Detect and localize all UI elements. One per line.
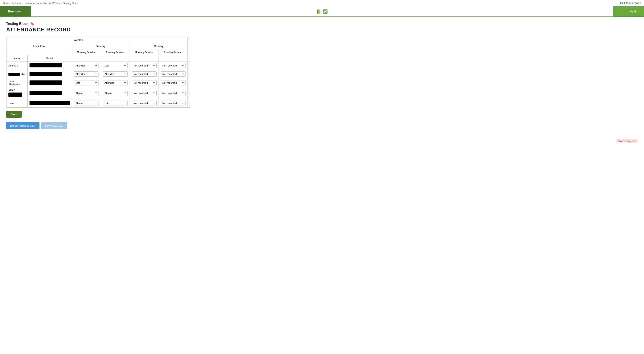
sunday-header: Sunday xyxy=(72,43,130,49)
breadcrumb-sep-1: › xyxy=(22,2,24,4)
sun-morning-cell[interactable]: Attended Late Absent Not recorded xyxy=(72,99,101,107)
mon-evening-cell[interactable]: Attended Late Absent Not recorded xyxy=(159,99,188,107)
breadcrumb-item-2[interactable]: New Attendance Record XBlock xyxy=(24,2,60,4)
student-name: Ahmad a xyxy=(6,61,28,70)
attendance-table: User Info Week 1 We Sunday Monday Su Mor… xyxy=(6,37,190,107)
breadcrumb-item-3: Testing Block xyxy=(63,2,78,4)
staff-debug-link[interactable]: Staff Debug Info xyxy=(616,139,638,142)
block-title-text: Testing Block xyxy=(6,22,28,26)
mon-morning-cell[interactable]: Attended Late Absent Not recorded xyxy=(130,70,159,78)
name-column-header: Name xyxy=(6,55,28,61)
mon-evening-select[interactable]: Attended Late Absent Not recorded xyxy=(160,101,186,106)
breadcrumb: Section by Umar › New Attendance Record … xyxy=(3,2,78,4)
sun-evening-header: Evening Session xyxy=(101,49,130,55)
sun-morning-cell[interactable]: Attended Late Absent Not recorded xyxy=(72,78,101,87)
sun-evening-select[interactable]: Attended Late Absent Not recorded xyxy=(103,91,128,96)
mon-morning-cell[interactable]: Attended Late Absent Not recorded xyxy=(130,99,159,107)
week1-header: Week 1 xyxy=(72,37,188,43)
mon-morning-select[interactable]: Attended Late Absent Not recorded xyxy=(132,101,156,106)
sun-morning-cell[interactable]: Attended Late Absent Not recorded xyxy=(72,87,101,99)
save-button[interactable]: Save xyxy=(6,111,22,118)
nav-center: 📗 ✅ xyxy=(31,6,613,16)
partial-cell: N xyxy=(188,87,190,99)
partial-cell: N xyxy=(188,99,190,107)
sun-morning-select[interactable]: Attended Late Absent Not recorded xyxy=(74,101,99,106)
previous-label: Previous xyxy=(8,10,21,13)
student-email xyxy=(28,87,72,99)
mon-evening-cell[interactable]: Attended Late Absent Not recorded xyxy=(159,87,188,99)
nav-bar: ‹ Previous 📗 ✅ Next › xyxy=(0,6,644,17)
mon-evening-cell[interactable]: Attended Late Absent Not recorded xyxy=(159,70,188,78)
student-name: UmarAlkafaween xyxy=(6,78,28,87)
breadcrumb-item-1[interactable]: Section by Umar xyxy=(3,2,22,4)
exit-focus-mode[interactable]: Exit focus mode xyxy=(620,1,641,4)
student-name: بلال xyxy=(6,70,28,78)
sun-evening-cell[interactable]: Attended Late Absent Not recorded xyxy=(101,99,130,107)
mon-morning-select[interactable]: Attended Late Absent Not recorded xyxy=(132,63,156,68)
download-csv-button[interactable]: Download CSV xyxy=(42,122,67,129)
sun-evening-select[interactable]: Attended Late Absent Not recorded xyxy=(103,101,128,106)
mon-morning-select[interactable]: Attended Late Absent Not recorded xyxy=(132,71,156,77)
mon-evening-header: Evening Session xyxy=(159,49,188,55)
mon-evening-select[interactable]: Attended Late Absent Not recorded xyxy=(160,80,186,85)
mon-morning-header: Morning Session xyxy=(130,49,159,55)
sun-evening-cell[interactable]: Attended Late Absent Not recorded xyxy=(101,61,130,70)
chevron-left-icon: ‹ xyxy=(5,10,6,13)
sun-morning-select[interactable]: Attended Late Absent Not recorded xyxy=(74,63,99,68)
mon-morning-cell[interactable]: Attended Late Absent Not recorded xyxy=(130,87,159,99)
mon-morning-select[interactable]: Attended Late Absent Not recorded xyxy=(132,91,156,96)
book-icon: 📗 xyxy=(316,9,321,14)
export-csv-button[interactable]: Export results to CSV xyxy=(6,122,40,129)
sun-evening-select[interactable]: Attended Late Absent Not recorded xyxy=(103,63,128,68)
monday-header: Monday xyxy=(130,43,188,49)
mon-morning-cell[interactable]: Attended Late Absent Not recorded xyxy=(130,78,159,87)
mon-evening-select[interactable]: Attended Late Absent Not recorded xyxy=(160,63,186,68)
next-button[interactable]: Next › xyxy=(613,6,644,16)
sun-morning-cell[interactable]: Attended Late Absent Not recorded xyxy=(72,70,101,78)
table-row: Umar Attended Late Absent Not recorded A… xyxy=(6,99,190,107)
student-name: ANAS xyxy=(6,87,28,99)
check-circle-icon: ✅ xyxy=(323,9,328,14)
breadcrumb-bar: Section by Umar › New Attendance Record … xyxy=(0,0,644,6)
bookmark-icon[interactable]: 🔖 xyxy=(30,22,34,26)
partial-session-header: Mo xyxy=(188,49,190,55)
sun-morning-select[interactable]: Attended Late Absent Not recorded xyxy=(74,71,99,77)
staff-debug-section: Staff Debug Info xyxy=(0,139,644,142)
block-title-row: Testing Block 🔖 xyxy=(6,22,638,26)
chevron-right-icon: › xyxy=(638,10,639,13)
mon-morning-cell[interactable]: Attended Late Absent Not recorded xyxy=(130,61,159,70)
week2-partial-header: We xyxy=(188,37,190,43)
table-row: بلال Attended Late Absent Not recorded xyxy=(6,70,190,78)
sun-morning-cell[interactable]: Attended Late Absent Not recorded xyxy=(72,61,101,70)
sun-morning-select[interactable]: Attended Late Absent Not recorded xyxy=(74,91,99,96)
breadcrumb-sep-2: › xyxy=(61,2,62,4)
sun-evening-cell[interactable]: Attended Late Absent Not recorded xyxy=(101,78,130,87)
next-label: Next xyxy=(630,10,636,13)
sunday2-partial: Su xyxy=(188,43,190,49)
student-email xyxy=(28,99,72,107)
main-content: Testing Block 🔖 ATTENDANCE RECORD User I… xyxy=(0,17,644,138)
mon-evening-select[interactable]: Attended Late Absent Not recorded xyxy=(160,71,186,77)
partial-cell: N xyxy=(188,78,190,87)
student-email xyxy=(28,78,72,87)
attendance-table-wrapper: User Info Week 1 We Sunday Monday Su Mor… xyxy=(6,36,190,108)
table-row: UmarAlkafaween Attended Late Absent Not … xyxy=(6,78,190,87)
partial-cell: N xyxy=(188,70,190,78)
attendance-title: ATTENDANCE RECORD xyxy=(6,27,638,33)
mon-morning-select[interactable]: Attended Late Absent Not recorded xyxy=(132,80,156,85)
sun-evening-cell[interactable]: Attended Late Absent Not recorded xyxy=(101,70,130,78)
partial-cell: N xyxy=(188,61,190,70)
mon-evening-select[interactable]: Attended Late Absent Not recorded xyxy=(160,91,186,96)
sun-morning-header: Morning Session xyxy=(72,49,101,55)
sun-evening-cell[interactable]: Attended Late Absent Not recorded xyxy=(101,87,130,99)
previous-button[interactable]: ‹ Previous xyxy=(0,6,31,16)
mon-evening-cell[interactable]: Attended Late Absent Not recorded xyxy=(159,61,188,70)
user-info-header: User Info xyxy=(6,37,72,55)
sun-evening-select[interactable]: Attended Late Absent Not recorded xyxy=(103,71,128,77)
sun-morning-select[interactable]: Attended Late Absent Not recorded xyxy=(74,80,99,85)
export-button-row: Export results to CSV Download CSV xyxy=(6,122,638,129)
mon-evening-cell[interactable]: Attended Late Absent Not recorded xyxy=(159,78,188,87)
sun-evening-select[interactable]: Attended Late Absent Not recorded xyxy=(103,80,128,85)
email-column-header: Email xyxy=(28,55,72,61)
student-email xyxy=(28,61,72,70)
